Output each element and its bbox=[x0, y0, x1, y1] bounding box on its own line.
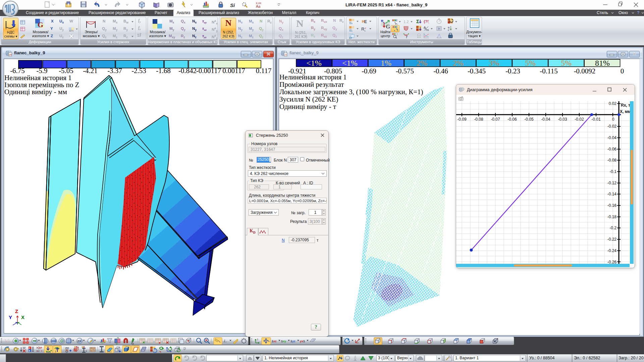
svg-text:yx1: yx1 bbox=[300, 340, 305, 343]
svg-text:<1%: <1% bbox=[306, 59, 322, 67]
svg-text:25: 25 bbox=[284, 54, 287, 56]
svg-text:-0.06: -0.06 bbox=[607, 147, 617, 152]
svg-text:81%: 81% bbox=[595, 59, 610, 67]
svg-text:-0.14: -0.14 bbox=[607, 192, 617, 196]
svg-text:<1%: <1% bbox=[342, 59, 358, 67]
svg-text:-0.22: -0.22 bbox=[607, 237, 617, 242]
svg-text:-0.02: -0.02 bbox=[607, 124, 617, 129]
svg-text:-0.0092: -0.0092 bbox=[574, 67, 596, 75]
svg-text:Y: Y bbox=[9, 314, 12, 320]
svg-text:-0.345: -0.345 bbox=[468, 67, 486, 75]
svg-text:-0.23: -0.23 bbox=[505, 67, 520, 75]
svg-text:-0.04: -0.04 bbox=[541, 117, 550, 122]
svg-text:5%: 5% bbox=[561, 59, 572, 67]
svg-text:.L.: .L. bbox=[223, 339, 227, 343]
svg-text:0: 0 bbox=[612, 117, 614, 122]
svg-text:2%: 2% bbox=[417, 59, 427, 67]
svg-text:EF: EF bbox=[65, 347, 69, 350]
svg-text:1: 1 bbox=[86, 350, 87, 353]
svg-text:{?!}: {?!} bbox=[424, 19, 429, 23]
svg-text:-0.575: -0.575 bbox=[396, 67, 414, 75]
svg-text:0.117: 0.117 bbox=[256, 67, 271, 75]
svg-text:EF: EF bbox=[349, 37, 352, 39]
svg-text:-3.37: -3.37 bbox=[107, 67, 122, 75]
svg-text:Локальное загружение 3, (100 %: Локальное загружение 3, (100 % нагрузки,… bbox=[279, 88, 423, 96]
svg-text:E1: E1 bbox=[350, 29, 353, 32]
svg-text:-0.46: -0.46 bbox=[433, 67, 448, 75]
svg-text:-0.07: -0.07 bbox=[491, 117, 500, 122]
svg-text:-0.01: -0.01 bbox=[591, 117, 601, 122]
svg-text:Проміжний результат: Проміжний результат bbox=[279, 80, 344, 88]
svg-text:-4.21: -4.21 bbox=[83, 67, 98, 75]
svg-text:0: 0 bbox=[621, 67, 624, 75]
svg-text:Одиниці виміру - мм: Одиниці виміру - мм bbox=[4, 88, 67, 96]
svg-text:-0.04: -0.04 bbox=[607, 135, 617, 140]
svg-text:X: X bbox=[21, 314, 24, 320]
svg-text:Σ: Σ bbox=[416, 18, 419, 24]
svg-text:x: x bbox=[364, 29, 366, 32]
svg-text:-0.00117: -0.00117 bbox=[196, 67, 221, 75]
svg-text:25: 25 bbox=[9, 54, 12, 56]
svg-text:Одиниці виміру - т: Одиниці виміру - т bbox=[279, 103, 336, 111]
svg-text:1xz: 1xz bbox=[272, 340, 277, 343]
svg-text:Rx, т: Rx, т bbox=[621, 103, 630, 108]
svg-text:a(X): a(X) bbox=[69, 29, 73, 32]
svg-text:6: 6 bbox=[29, 350, 30, 352]
svg-text:G: G bbox=[386, 23, 390, 30]
svg-text:Si: Si bbox=[230, 2, 235, 8]
svg-text:3%: 3% bbox=[489, 59, 499, 67]
svg-text:-0.05: -0.05 bbox=[524, 117, 534, 122]
svg-text:1%: 1% bbox=[381, 59, 391, 67]
svg-text:1: 1 bbox=[55, 350, 56, 353]
svg-text:-0.24: -0.24 bbox=[607, 248, 617, 253]
svg-text:-0.69: -0.69 bbox=[362, 67, 376, 75]
svg-text:-1.68: -1.68 bbox=[156, 67, 171, 75]
svg-text:E: E bbox=[364, 19, 367, 24]
svg-text:1: 1 bbox=[257, 338, 259, 341]
svg-text:EF: EF bbox=[77, 340, 82, 343]
svg-text:1yz: 1yz bbox=[290, 340, 296, 343]
svg-text:Aa: Aa bbox=[256, 4, 261, 8]
svg-text:-0.26: -0.26 bbox=[607, 260, 617, 264]
svg-text:Зусилля N (262 КЕ): Зусилля N (262 КЕ) bbox=[279, 95, 338, 103]
svg-text:f: f bbox=[406, 35, 408, 38]
svg-text:1xy: 1xy bbox=[281, 340, 286, 343]
svg-text:-0.12: -0.12 bbox=[607, 181, 617, 185]
svg-text:-0.08: -0.08 bbox=[474, 117, 483, 122]
svg-text:-0.2: -0.2 bbox=[609, 226, 616, 230]
svg-text:-0.03: -0.03 bbox=[558, 117, 567, 122]
svg-text:0.02: 0.02 bbox=[609, 101, 617, 106]
svg-text:G: G bbox=[38, 20, 43, 28]
svg-text:-0.842: -0.842 bbox=[178, 67, 197, 75]
svg-text:-0.16: -0.16 bbox=[607, 203, 617, 208]
svg-text:e: e bbox=[448, 28, 449, 31]
svg-text:1.2): 1.2) bbox=[404, 20, 409, 24]
svg-text:-0.08: -0.08 bbox=[607, 158, 617, 163]
svg-text:Eo: Eo bbox=[350, 22, 353, 24]
svg-text:0.00117: 0.00117 bbox=[222, 67, 245, 75]
svg-text:hs: hs bbox=[426, 28, 429, 31]
svg-text:-0.09: -0.09 bbox=[457, 117, 467, 122]
svg-text:12: 12 bbox=[22, 346, 25, 349]
svg-text:X, мм: X, мм bbox=[620, 109, 631, 114]
svg-text:-0.18: -0.18 bbox=[607, 215, 617, 219]
svg-text:-0.1: -0.1 bbox=[609, 169, 616, 174]
svg-text:2%: 2% bbox=[453, 59, 464, 67]
svg-text:Нелинейная история 1: Нелинейная история 1 bbox=[279, 73, 347, 81]
svg-text:5%: 5% bbox=[525, 59, 536, 67]
svg-text:-0.115: -0.115 bbox=[540, 67, 557, 75]
svg-text:-0.06: -0.06 bbox=[507, 117, 517, 122]
svg-text:-2.53: -2.53 bbox=[131, 67, 146, 75]
svg-text:-0.02: -0.02 bbox=[575, 117, 584, 122]
svg-text:2: 2 bbox=[29, 347, 30, 349]
svg-text:Z: Z bbox=[15, 308, 18, 314]
